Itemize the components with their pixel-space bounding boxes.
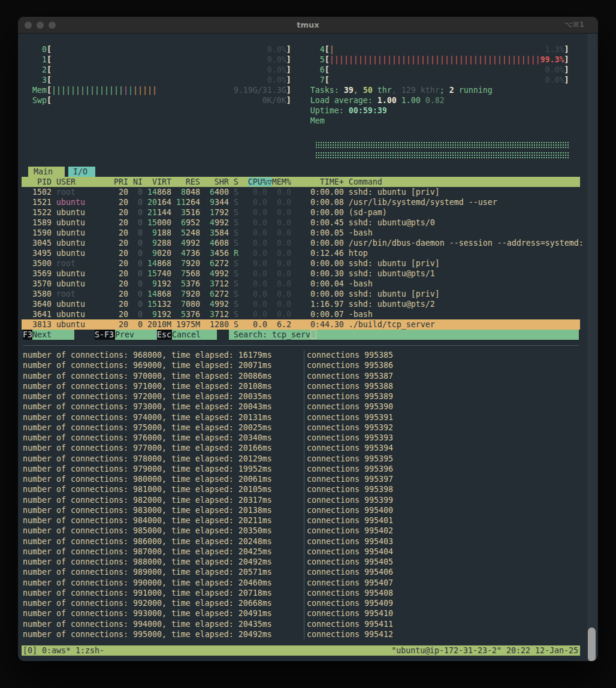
tmux-session-windows[interactable]: [0] 0:aws* 1:zsh- bbox=[23, 646, 104, 655]
cpu-meter-row: 3[ 0.0%] 7[ 0.0%] bbox=[22, 75, 580, 85]
process-row[interactable]: 1589 ubuntu 20 0 15000 6952 4992 S 0.0 0… bbox=[22, 218, 580, 228]
tmux-horizontal-pane-border bbox=[23, 345, 579, 346]
cpu-meter-row: 2[ 0.0%] 6[ 0.0%] bbox=[22, 65, 580, 75]
process-row[interactable]: 1502 root 20 0 14868 8048 6400 S 0.0 0.0… bbox=[22, 187, 580, 197]
process-row[interactable]: 3640 ubuntu 20 0 15132 7080 4992 S 0.0 0… bbox=[22, 299, 580, 309]
key-shift-f3-label[interactable]: Prev bbox=[115, 330, 157, 340]
process-table-header[interactable]: PID USER PRI NI VIRT RES SHR S CPU%▽MEM%… bbox=[22, 177, 580, 187]
process-row[interactable]: 3045 ubuntu 20 0 9288 4992 4608 S 0.0 0.… bbox=[22, 238, 580, 248]
sort-column-cpu[interactable]: CPU%▽ bbox=[248, 177, 272, 186]
search-input[interactable]: Search: tcp_serv bbox=[229, 330, 579, 340]
mem-meter-row: Mem[|||||||||||||||||||||| 9.19G/31.3G] … bbox=[22, 85, 580, 95]
right-pane-log: connections 995385 connections 995386 co… bbox=[307, 350, 393, 639]
process-row[interactable]: 3570 ubuntu 20 0 9192 5376 3712 S 0.0 0.… bbox=[22, 279, 580, 289]
mem-graph-label-row: Mem bbox=[22, 116, 580, 126]
mem-graph-pattern-row1 bbox=[315, 141, 569, 149]
swp-meter-row: Swp[ 0K/0K] Load average: 1.00 1.00 0.82 bbox=[22, 95, 580, 105]
mem-graph-pattern-row2 bbox=[315, 152, 569, 159]
process-row[interactable]: 3641 ubuntu 20 0 9192 5376 3712 S 0.0 0.… bbox=[22, 309, 580, 319]
cpu-meter-row: 1[ 0.0%] 5[|||||||||||||||||||||||||||||… bbox=[22, 55, 580, 65]
cpu-meter-row: 0[ 0.0%] 4[| 1.3%] bbox=[22, 44, 580, 55]
process-row[interactable]: 3580 root 20 0 14868 7920 6272 S 0.0 0.0… bbox=[22, 289, 580, 299]
window-title: tmux bbox=[18, 17, 598, 33]
process-row[interactable]: 1521 ubuntu 20 0 20164 11264 9344 S 0.0 … bbox=[22, 197, 580, 207]
scrollbar-thumb[interactable] bbox=[588, 627, 596, 661]
tmux-vertical-pane-border bbox=[304, 350, 304, 639]
text-cursor bbox=[310, 330, 316, 339]
tab-io[interactable]: I/O bbox=[68, 167, 95, 177]
process-row[interactable]: 3500 root 20 0 14868 7920 6272 S 0.0 0.0… bbox=[22, 258, 580, 268]
process-row[interactable]: 1522 ubuntu 20 0 21144 3516 1792 S 0.0 0… bbox=[22, 207, 580, 218]
left-pane-log: number of connections: 968000, time elap… bbox=[23, 350, 272, 639]
process-row[interactable]: 3569 ubuntu 20 0 15740 7568 4992 S 0.0 0… bbox=[22, 268, 580, 279]
key-esc[interactable]: Esc bbox=[157, 330, 172, 340]
terminal-content: number of connections: 968000, time elap… bbox=[18, 34, 598, 661]
key-f3-label[interactable]: Next bbox=[32, 330, 74, 340]
key-esc-label[interactable]: Cancel bbox=[172, 330, 217, 340]
terminal-window: tmux ⌥⌘1 number of connections: 968000, … bbox=[18, 17, 598, 661]
tmux-status-right: "ubuntu@ip-172-31-23-2" 20:22 12-Jan-25 bbox=[391, 645, 578, 656]
key-f3[interactable]: F3 bbox=[23, 330, 32, 340]
titlebar: tmux ⌥⌘1 bbox=[18, 17, 598, 34]
scrollbar-track bbox=[587, 34, 597, 661]
htop-function-bar: F3NextS-F3PrevEscCancel Search: tcp_serv bbox=[22, 330, 580, 340]
process-row[interactable]: 1590 ubuntu 20 0 9188 5248 3584 S 0.0 0.… bbox=[22, 228, 580, 238]
htop-tabs: MainI/O bbox=[22, 167, 580, 177]
window-shortcut: ⌥⌘1 bbox=[564, 17, 584, 33]
tmux-status-bar: [0] 0:aws* 1:zsh-"ubuntu@ip-172-31-23-2"… bbox=[22, 645, 580, 656]
tab-main[interactable]: Main bbox=[28, 167, 65, 177]
uptime-row: Uptime: 00:59:39 bbox=[22, 105, 580, 116]
key-shift-f3[interactable]: S-F3 bbox=[95, 330, 115, 340]
process-row[interactable]: 3495 ubuntu 20 0 9020 4736 3456 R 0.0 0.… bbox=[22, 248, 580, 258]
process-row[interactable]: 3813 ubuntu 20 0 2010M 1975M 1280 S 0.0 … bbox=[22, 319, 580, 330]
